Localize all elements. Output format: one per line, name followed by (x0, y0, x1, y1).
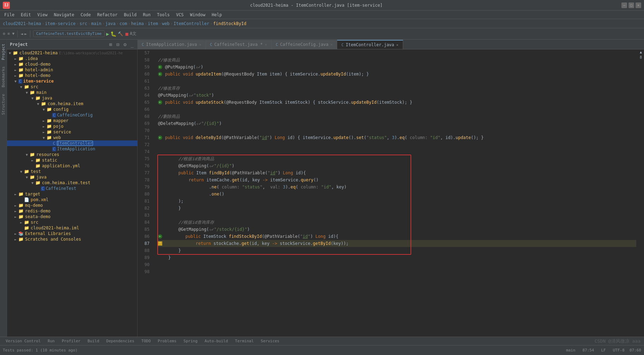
tree-item[interactable]: ▼📁java (7, 95, 137, 101)
tree-item[interactable]: ►📁service (7, 129, 137, 135)
bottom-tab-services[interactable]: Services (258, 338, 282, 344)
translate-button[interactable]: A文 (130, 31, 136, 37)
tree-item[interactable]: ►📁.idea (7, 56, 137, 61)
menu-item-help[interactable]: Help (209, 12, 225, 18)
tree-item[interactable]: ►📁redis-demo (7, 208, 137, 214)
breadcrumb-item[interactable]: cloud2021-heima (3, 21, 41, 26)
tree-item[interactable]: ►📁mq-demo (7, 203, 137, 208)
nav-fwd-btn[interactable]: ► (24, 31, 27, 36)
menu-item-navigate[interactable]: Navigate (51, 12, 77, 18)
vtab-bookmarks[interactable]: Bookmarks (0, 64, 6, 90)
code-editor[interactable]: 5758596061636465666869707172747576777879… (138, 49, 639, 337)
breadcrumb-item[interactable]: item-service (45, 21, 76, 26)
tab-close-btn[interactable]: × (265, 43, 267, 47)
tab-ItemController-java[interactable]: CItemController.java× (337, 40, 403, 49)
bottom-tab-build[interactable]: Build (85, 338, 102, 344)
tree-item[interactable]: ▼📁com.heima.item (7, 101, 137, 107)
tree-item[interactable]: ▼Citem-service (7, 78, 137, 84)
bottom-tab-problems[interactable]: Problems (155, 338, 179, 344)
tree-item[interactable]: CCaffeineConfig (7, 112, 137, 118)
tree-item[interactable]: ▼📁test (7, 169, 137, 174)
tree-item[interactable]: ▼📁main (7, 90, 137, 95)
bottom-tab-dependencies[interactable]: Dependencies (103, 338, 137, 344)
menu-item-refactor[interactable]: Refactor (94, 12, 120, 18)
maximize-button[interactable]: □ (628, 2, 634, 8)
tree-item[interactable]: ▼📁web (7, 135, 137, 140)
tree-item[interactable]: ▼📁cloud2021-heimaE:\idea-workspace\cloud… (7, 50, 137, 56)
tree-item[interactable]: ►📁cloud-demo (7, 61, 137, 67)
vtab-structure[interactable]: Structure (0, 91, 6, 118)
tree-item[interactable]: CCaffeineTest (7, 186, 137, 191)
minimize-button[interactable]: — (621, 2, 627, 8)
tree-item[interactable]: ►📁Scratches and Consoles (7, 236, 137, 242)
tab-close-btn[interactable]: × (199, 43, 201, 47)
tree-item[interactable]: ▼📁src (7, 84, 137, 90)
sidebar-settings-icon[interactable]: ⚙ (123, 41, 127, 48)
tree-item[interactable]: ►📁src (7, 219, 137, 225)
breadcrumb-item[interactable]: findStockById (213, 21, 246, 26)
tab-close-btn[interactable]: × (330, 43, 333, 47)
sidebar-minimize-icon[interactable]: _ (130, 41, 134, 48)
menu-item-vcs[interactable]: VCS (173, 12, 187, 18)
tab-close-btn[interactable]: × (396, 43, 399, 47)
close-button[interactable]: ✕ (636, 2, 641, 8)
breadcrumb-item[interactable]: web (162, 21, 170, 26)
breadcrumb-item[interactable]: item (148, 21, 158, 26)
vtab-project[interactable]: Project (0, 41, 6, 63)
menu-item-code[interactable]: Code (78, 12, 94, 18)
tree-item[interactable]: ►📁hotel-admin (7, 67, 137, 73)
stop-button[interactable]: ■ (125, 31, 128, 37)
git-branch[interactable]: main (564, 347, 578, 353)
run-config-selector[interactable]: CaffeineTest.testEvictByTime (33, 30, 105, 37)
lf-indicator[interactable]: LF (599, 347, 608, 353)
tree-item[interactable]: ►📁pojo (7, 124, 137, 129)
run-button[interactable]: ▶ (106, 31, 109, 37)
sidebar-collapse-icon[interactable]: ⊟ (116, 41, 120, 48)
tree-item[interactable]: ►📁target (7, 191, 137, 197)
tab-ItemApplication-java[interactable]: CItemApplication.java× (138, 40, 206, 49)
sidebar-expand-icon[interactable]: ⊞ (108, 41, 113, 48)
tree-item[interactable]: ►📁seata-demo (7, 214, 137, 219)
menu-item-run[interactable]: Run (140, 12, 153, 18)
tab-CaffeineTest-java[interactable]: CCaffeineTest.java *× (206, 40, 272, 49)
bottom-tab-todo[interactable]: TODO (139, 338, 154, 344)
debug-button[interactable]: 🐛 (110, 31, 116, 37)
tree-item[interactable]: ▼📁java (7, 174, 137, 180)
bottom-tab-auto-build[interactable]: Auto-build (202, 338, 231, 344)
breadcrumb-item[interactable]: heima (131, 21, 144, 26)
build-button[interactable]: 🔨 (118, 31, 123, 36)
tree-item[interactable]: ►📁static (7, 157, 137, 163)
tree-item[interactable]: ▼📁com.heima.item.test (7, 180, 137, 186)
bottom-tab-spring[interactable]: Spring (181, 338, 200, 344)
nav-back-btn[interactable]: ◄ (20, 31, 23, 36)
tab-CaffeineConfig-java[interactable]: CCaffeineConfig.java× (272, 40, 337, 49)
bottom-tab-terminal[interactable]: Terminal (232, 338, 256, 344)
breadcrumb-item[interactable]: com (120, 21, 127, 26)
tree-item[interactable]: ►📁mapper (7, 118, 137, 124)
menu-item-edit[interactable]: Edit (18, 12, 34, 18)
menu-item-tools[interactable]: Tools (154, 12, 172, 18)
tree-item[interactable]: ▼📁resources (7, 152, 137, 157)
utf-indicator[interactable]: UTF-8 (611, 347, 627, 353)
tree-item[interactable]: ►📚External Libraries (7, 231, 137, 236)
bottom-tab-version-control[interactable]: Version Control (3, 338, 43, 344)
tree-item[interactable]: CItemController (7, 140, 137, 146)
tree-item[interactable]: ►📁hotel-demo (7, 73, 137, 78)
menu-item-view[interactable]: View (35, 12, 50, 18)
menu-item-file[interactable]: File (1, 12, 17, 18)
tree-item[interactable]: 📄pom.xml (7, 197, 137, 203)
bottom-tab-run[interactable]: Run (45, 338, 57, 344)
menu-item-build[interactable]: Build (121, 12, 139, 18)
breadcrumb-item[interactable]: ItemController (174, 21, 209, 26)
tree-item[interactable]: CItemApplication (7, 146, 137, 152)
menu-item-window[interactable]: Window (187, 12, 208, 18)
line-number: 98 (138, 268, 152, 275)
tree-item[interactable]: 📁application.yml (7, 163, 137, 169)
tree-item[interactable]: ▼📁config (7, 107, 137, 112)
breadcrumb-item[interactable]: main (91, 21, 101, 26)
line-col[interactable]: 87:54 (580, 347, 596, 353)
tree-item[interactable]: 📁cloud2021-heima.iml (7, 225, 137, 231)
bottom-tab-profiler[interactable]: Profiler (59, 338, 83, 344)
breadcrumb-item[interactable]: java (105, 21, 116, 26)
breadcrumb-item[interactable]: src (80, 21, 87, 26)
